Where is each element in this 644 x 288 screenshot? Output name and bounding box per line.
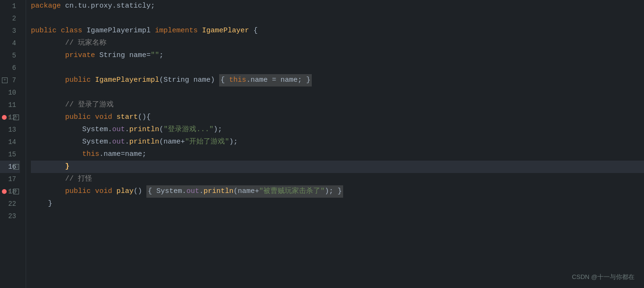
code-line-18: public void play() { System.out.println(… bbox=[31, 185, 644, 198]
watermark: CSDN @十一与你都在 bbox=[572, 273, 634, 281]
line-num-14: 14 bbox=[0, 136, 20, 148]
code-line-17: // 打怪 bbox=[31, 173, 644, 185]
code-line-7: public IgamePlayerimpl(String name) { th… bbox=[31, 74, 644, 86]
code-line-22: } bbox=[31, 198, 644, 210]
breakpoint-18 bbox=[2, 189, 7, 194]
code-line-4: // 玩家名称 bbox=[31, 37, 644, 49]
line-num-10: 10 bbox=[0, 86, 20, 99]
code-line-23 bbox=[31, 210, 644, 222]
line-num-5: 5 bbox=[0, 49, 20, 62]
code-line-3: public class IgamePlayerimpl implements … bbox=[31, 25, 644, 37]
line-num-15: 15 bbox=[0, 148, 20, 161]
code-line-2 bbox=[31, 12, 644, 25]
code-line-5: private String name=""; bbox=[31, 49, 644, 62]
code-content: package cn.tu.proxy.staticly; public cla… bbox=[26, 0, 644, 288]
code-line-13: System.out.println("登录游戏..."); bbox=[31, 124, 644, 136]
line-num-13: 13 bbox=[0, 124, 20, 136]
code-editor: 1 2 3 4 5 6 + 7 10 11 ↑ ▽ 12 13 14 15 □ … bbox=[0, 0, 644, 288]
code-line-12: public void start(){ bbox=[31, 111, 644, 124]
code-line-15: this.name=name; bbox=[31, 148, 644, 161]
line-num-2: 2 bbox=[0, 12, 20, 25]
code-line-6 bbox=[31, 62, 644, 74]
token-pkg-name: cn.tu.proxy.staticly bbox=[65, 0, 151, 12]
token-package: package bbox=[31, 0, 65, 12]
code-line-10 bbox=[31, 86, 644, 99]
line-num-22: 22 bbox=[0, 198, 20, 210]
line-num-12: ↑ ▽ 12 bbox=[0, 111, 20, 124]
line-num-23: 23 bbox=[0, 210, 20, 222]
code-line-11: // 登录了游戏 bbox=[31, 99, 644, 111]
line-num-6: 6 bbox=[0, 62, 20, 74]
line-num-4: 4 bbox=[0, 37, 20, 49]
line-num-3: 3 bbox=[0, 25, 20, 37]
line-number-gutter: 1 2 3 4 5 6 + 7 10 11 ↑ ▽ 12 13 14 15 □ … bbox=[0, 0, 26, 288]
line-num-16: □ 16 bbox=[0, 161, 20, 173]
code-line-14: System.out.println(name+"开始了游戏"); bbox=[31, 136, 644, 148]
line-num-7: + 7 bbox=[0, 74, 20, 86]
line-num-18: ↑ + 18 bbox=[0, 185, 20, 198]
line-num-11: 11 bbox=[0, 99, 20, 111]
code-line-1: package cn.tu.proxy.staticly; bbox=[31, 0, 644, 12]
breakpoint-12 bbox=[2, 115, 7, 120]
line-num-17: 17 bbox=[0, 173, 20, 185]
code-line-16: } bbox=[31, 161, 644, 173]
line-num-1: 1 bbox=[0, 0, 20, 12]
